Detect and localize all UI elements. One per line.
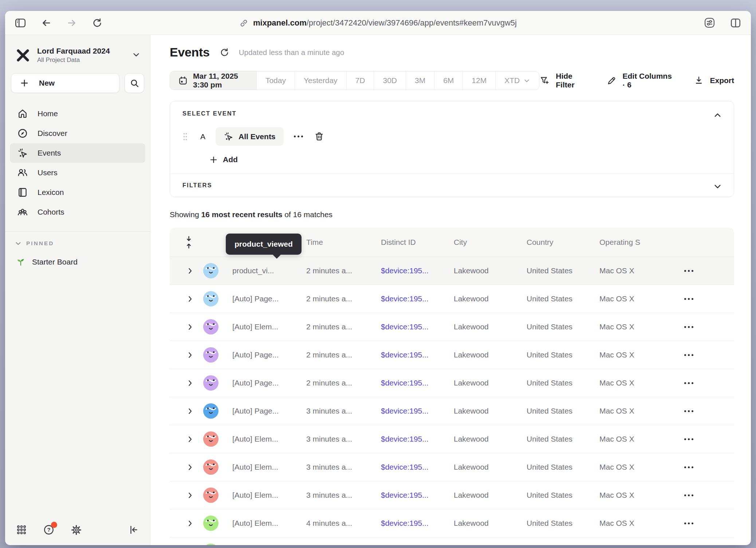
project-subtitle: All Project Data (37, 56, 110, 64)
date-picker-button[interactable]: Mar 11, 2025 3:30 pm (170, 71, 256, 90)
column-header-city[interactable]: City (454, 238, 527, 247)
range-30d[interactable]: 30D (374, 71, 406, 90)
row-actions-icon[interactable] (667, 326, 734, 328)
row-actions-icon[interactable] (667, 270, 734, 272)
range-yesterday[interactable]: Yesterday (295, 71, 346, 90)
apps-grid-icon[interactable] (16, 524, 27, 535)
edit-columns-button[interactable]: Edit Columns · 6 (606, 72, 677, 89)
distinct-id-link[interactable]: $device:195... (381, 435, 454, 443)
forward-icon[interactable] (66, 17, 77, 28)
split-view-icon[interactable] (730, 17, 741, 29)
sidebar-item-cohorts[interactable]: Cohorts (10, 202, 145, 222)
expand-row-icon[interactable] (186, 492, 199, 499)
refresh-icon[interactable] (219, 47, 229, 58)
more-options-icon[interactable] (294, 136, 303, 137)
column-header-distinct-id[interactable]: Distinct ID (381, 238, 454, 247)
expand-row-icon[interactable] (186, 407, 199, 415)
row-actions-icon[interactable] (667, 466, 734, 468)
sidebar-item-users[interactable]: Users (10, 163, 145, 183)
event-avatar (203, 403, 218, 419)
table-row[interactable]: [Auto] Elem... 3 minutes a... $device:19… (170, 453, 734, 481)
range-3m[interactable]: 3M (406, 71, 434, 90)
tune-icon[interactable] (703, 16, 716, 29)
range-6m[interactable]: 6M (434, 71, 462, 90)
pinned-section-header[interactable]: PINNED (5, 232, 150, 249)
group-icon (17, 207, 28, 218)
add-event-button[interactable]: Add (209, 155, 721, 164)
distinct-id-link[interactable]: $device:195... (381, 379, 454, 387)
back-icon[interactable] (41, 17, 52, 28)
hide-filter-button[interactable]: Hide Filter (539, 72, 588, 89)
distinct-id-link[interactable]: $device:195... (381, 294, 454, 303)
expand-row-icon[interactable] (186, 267, 199, 275)
sidebar-item-starter-board[interactable]: Starter Board (5, 249, 150, 275)
search-button[interactable] (125, 73, 144, 93)
row-actions-icon[interactable] (667, 494, 734, 496)
range-today[interactable]: Today (256, 71, 295, 90)
compass-icon (17, 128, 28, 139)
collapse-sidebar-icon[interactable] (128, 524, 139, 535)
sidebar-item-events[interactable]: Events (10, 143, 145, 163)
table-row[interactable]: [Auto] Page... 2 minutes a... $device:19… (170, 369, 734, 397)
event-avatar (203, 431, 218, 447)
row-actions-icon[interactable] (667, 354, 734, 356)
sidebar-item-discover[interactable]: Discover (10, 124, 145, 143)
reload-icon[interactable] (92, 17, 103, 28)
expand-row-icon[interactable] (186, 323, 199, 331)
sort-icon[interactable] (185, 236, 199, 249)
table-row[interactable]: [Auto] Elem... 4 minutes a... $device:19… (170, 537, 734, 545)
expand-row-icon[interactable] (186, 379, 199, 387)
expand-row-icon[interactable] (186, 520, 199, 527)
project-switcher[interactable]: Lord Farquaad 2024 All Project Data (5, 44, 150, 67)
gear-icon[interactable] (71, 524, 82, 536)
expand-row-icon[interactable] (186, 295, 199, 303)
sidebar-toggle-icon[interactable] (15, 17, 26, 28)
distinct-id-link[interactable]: $device:195... (381, 266, 454, 275)
chevron-up-icon[interactable] (713, 111, 722, 120)
expand-row-icon[interactable] (186, 351, 199, 359)
event-avatar (203, 459, 218, 475)
row-actions-icon[interactable] (667, 382, 734, 384)
os-value: Mac OS X (599, 407, 667, 415)
table-row[interactable]: [Auto] Elem... 4 minutes a... $device:19… (170, 509, 734, 537)
column-header-os[interactable]: Operating S (599, 238, 667, 247)
distinct-id-link[interactable]: $device:195... (381, 351, 454, 359)
range-7d[interactable]: 7D (346, 71, 374, 90)
distinct-id-link[interactable]: $device:195... (381, 407, 454, 415)
export-button[interactable]: Export (694, 75, 734, 86)
event-avatar (203, 263, 218, 278)
distinct-id-link[interactable]: $device:195... (381, 519, 454, 528)
new-button[interactable]: New (11, 73, 119, 93)
expand-row-icon[interactable] (186, 463, 199, 471)
expand-row-icon[interactable] (186, 435, 199, 443)
distinct-id-link[interactable]: $device:195... (381, 463, 454, 471)
range-12m[interactable]: 12M (462, 71, 495, 90)
table-row[interactable]: [Auto] Page... 2 minutes a... $device:19… (170, 285, 734, 313)
country-value: United States (527, 266, 599, 275)
trash-icon[interactable] (314, 131, 324, 142)
table-row[interactable]: [Auto] Elem... 3 minutes a... $device:19… (170, 425, 734, 453)
table-row[interactable]: [Auto] Page... 3 minutes a... $device:19… (170, 397, 734, 425)
sidebar-item-home[interactable]: Home (10, 104, 145, 124)
row-actions-icon[interactable] (667, 438, 734, 440)
row-actions-icon[interactable] (667, 522, 734, 524)
sidebar-item-label: Discover (38, 129, 67, 138)
column-header-country[interactable]: Country (527, 238, 599, 247)
row-actions-icon[interactable] (667, 298, 734, 300)
column-header-time[interactable]: Time (306, 238, 381, 247)
row-actions-icon[interactable] (667, 410, 734, 412)
help-icon[interactable]: ? (43, 524, 55, 536)
table-row[interactable]: [Auto] Elem... 2 minutes a... $device:19… (170, 313, 734, 341)
table-row[interactable]: product_vi... 2 minutes a... $device:195… (170, 257, 734, 285)
chevron-down-icon[interactable] (713, 182, 722, 191)
range-xtd[interactable]: XTD (495, 71, 539, 90)
sidebar-footer: ? (5, 514, 150, 545)
table-row[interactable]: [Auto] Page... 2 minutes a... $device:19… (170, 341, 734, 369)
event-selector-chip[interactable]: All Events (216, 127, 284, 146)
drag-handle-icon[interactable] (182, 132, 188, 141)
distinct-id-link[interactable]: $device:195... (381, 491, 454, 500)
sidebar-item-lexicon[interactable]: Lexicon (10, 183, 145, 202)
url-bar[interactable]: mixpanel.com/project/3472420/view/397469… (239, 11, 517, 35)
table-row[interactable]: [Auto] Elem... 3 minutes a... $device:19… (170, 481, 734, 509)
distinct-id-link[interactable]: $device:195... (381, 322, 454, 331)
